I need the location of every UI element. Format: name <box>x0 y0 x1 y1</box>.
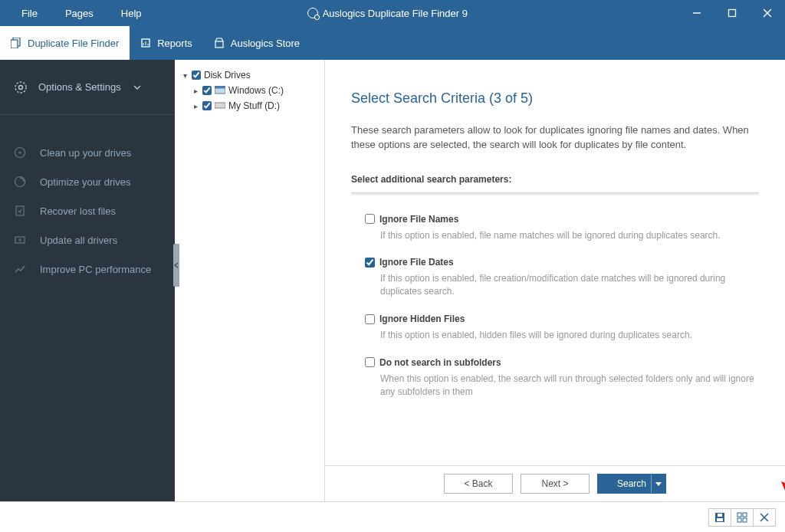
option-label: Ignore File Names <box>379 214 458 225</box>
tree-node-windows-c[interactable]: ▸ Windows (C:) <box>181 83 318 98</box>
chevron-down-icon <box>133 85 141 90</box>
option-desc: If this option is enabled, file creation… <box>365 272 759 298</box>
app-logo-icon <box>307 8 318 18</box>
sidebar-item-label: Clean up your drives <box>40 147 131 159</box>
svg-rect-1 <box>729 10 736 17</box>
store-icon <box>214 38 225 48</box>
sidebar-item-label: Update all drivers <box>40 235 117 246</box>
gear-icon <box>14 80 28 94</box>
save-icon <box>714 512 725 523</box>
maximize-button[interactable] <box>714 0 750 26</box>
performance-icon <box>14 263 26 275</box>
tree-node-checkbox[interactable] <box>202 86 212 95</box>
sidebar-item-label: Improve PC performance <box>40 264 151 275</box>
caret-down-icon[interactable]: ▾ <box>181 71 189 80</box>
option-label: Ignore File Dates <box>379 257 454 268</box>
divider <box>351 192 759 195</box>
minimize-button[interactable] <box>679 0 714 26</box>
sidebar-item-cleanup[interactable]: Clean up your drives <box>0 138 175 167</box>
svg-marker-24 <box>655 482 662 486</box>
svg-rect-27 <box>718 514 722 517</box>
tree-root-label: Disk Drives <box>204 70 251 80</box>
tree-node-checkbox[interactable] <box>202 101 212 110</box>
sidebar: Options & Settings Clean up your drives … <box>0 60 175 501</box>
tree-root-checkbox[interactable] <box>192 71 201 80</box>
wizard-subhead: Select additional search parameters: <box>351 174 759 185</box>
svg-rect-21 <box>215 86 225 88</box>
search-button-label: Search <box>617 478 646 489</box>
close-button[interactable] <box>750 0 785 26</box>
chevron-left-icon <box>174 262 179 268</box>
menu-pages[interactable]: Pages <box>65 8 94 19</box>
statusbar-save-button[interactable] <box>708 508 731 527</box>
sidebar-item-improve-perf[interactable]: Improve PC performance <box>0 255 175 284</box>
back-button[interactable]: < Back <box>444 474 513 494</box>
tree-root[interactable]: ▾ Disk Drives <box>181 67 318 83</box>
sidebar-item-update-drivers[interactable]: Update all drivers <box>0 225 175 255</box>
recover-icon <box>14 205 26 217</box>
svg-rect-29 <box>743 513 747 517</box>
svg-point-11 <box>15 82 26 93</box>
menu-file[interactable]: File <box>21 8 38 19</box>
tab-store-label: Auslogics Store <box>231 38 300 49</box>
option-checkbox[interactable] <box>365 314 375 324</box>
tab-reports-label: Reports <box>157 38 192 49</box>
svg-point-12 <box>19 85 23 89</box>
sidebar-item-optimize[interactable]: Optimize your drives <box>0 167 175 196</box>
svg-rect-10 <box>215 41 223 48</box>
wizard-intro: These search parameters allow to look fo… <box>351 123 759 153</box>
svg-rect-26 <box>717 518 723 521</box>
statusbar-action2-button[interactable] <box>731 508 754 527</box>
tab-duplicate-file-finder[interactable]: Duplicate File Finder <box>0 26 130 60</box>
svg-point-14 <box>19 152 21 154</box>
svg-rect-30 <box>737 518 741 522</box>
reports-icon <box>140 38 151 48</box>
tab-store[interactable]: Auslogics Store <box>203 26 310 60</box>
option-desc: If this option is enabled, file name mat… <box>365 229 759 242</box>
status-bar <box>0 501 785 532</box>
titlebar: File Pages Help Auslogics Duplicate File… <box>0 0 785 26</box>
copy-icon <box>11 38 21 48</box>
caret-right-icon[interactable]: ▸ <box>192 102 199 110</box>
sidebar-item-recover[interactable]: Recover lost files <box>0 196 175 225</box>
tab-reports[interactable]: Reports <box>130 26 203 60</box>
grid-icon <box>737 512 747 523</box>
drive-icon <box>215 101 225 110</box>
option-label: Do not search in subfolders <box>379 357 501 368</box>
option-checkbox[interactable] <box>365 357 375 367</box>
app-title-text: Auslogics Duplicate File Finder 9 <box>323 8 468 19</box>
sidebar-collapse-handle[interactable] <box>173 244 179 287</box>
svg-rect-16 <box>16 206 24 215</box>
svg-rect-5 <box>11 40 18 48</box>
option-ignore-hidden-files: Ignore Hidden Files If this option is en… <box>351 314 759 342</box>
app-title: Auslogics Duplicate File Finder 9 <box>96 8 679 19</box>
option-ignore-file-dates: Ignore File Dates If this option is enab… <box>351 257 759 298</box>
close-icon <box>760 513 769 522</box>
tree-node-label: My Stuff (D:) <box>228 100 280 111</box>
svg-rect-22 <box>215 103 225 108</box>
option-checkbox[interactable] <box>365 258 375 268</box>
option-desc: When this option is enabled, the search … <box>365 373 759 399</box>
drive-tree: ▾ Disk Drives ▸ Windows (C:) ▸ My Stuff … <box>175 60 325 501</box>
option-desc: If this option is enabled, hidden files … <box>365 329 759 342</box>
disk-cleanup-icon <box>14 146 26 159</box>
sidebar-item-label: Optimize your drives <box>40 176 130 188</box>
next-button[interactable]: Next > <box>521 474 590 494</box>
tab-dff-label: Duplicate File Finder <box>28 38 119 49</box>
wizard-title: Select Search Criteria (3 of 5) <box>351 90 759 107</box>
option-ignore-file-names: Ignore File Names If this option is enab… <box>351 214 759 242</box>
statusbar-close-button[interactable] <box>753 508 776 527</box>
tree-node-label: Windows (C:) <box>228 85 284 96</box>
option-checkbox[interactable] <box>365 214 375 224</box>
caret-right-icon[interactable]: ▸ <box>192 87 199 95</box>
sidebar-item-label: Recover lost files <box>40 205 116 217</box>
option-label: Ignore Hidden Files <box>379 314 465 324</box>
options-settings-button[interactable]: Options & Settings <box>0 60 175 115</box>
tab-row: Duplicate File Finder Reports Auslogics … <box>0 26 785 60</box>
tree-node-mystuff-d[interactable]: ▸ My Stuff (D:) <box>181 98 318 113</box>
optimize-icon <box>14 176 26 188</box>
wizard-panel: Select Search Criteria (3 of 5) These se… <box>325 60 785 501</box>
svg-rect-31 <box>743 518 747 522</box>
dropdown-caret-icon[interactable] <box>655 482 662 487</box>
search-button[interactable]: Search <box>597 474 666 494</box>
